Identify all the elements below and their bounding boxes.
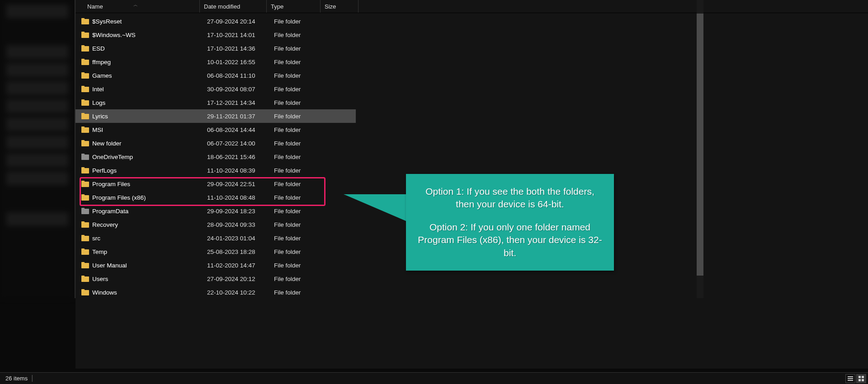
file-date: 17-12-2021 14:34 bbox=[207, 99, 274, 106]
file-row[interactable]: $Windows.~WS17-10-2021 14:01File folder bbox=[75, 28, 868, 42]
svg-marker-0 bbox=[344, 194, 407, 221]
file-date: 27-09-2024 20:14 bbox=[207, 18, 274, 25]
file-type: File folder bbox=[274, 45, 328, 52]
svg-rect-1 bbox=[848, 376, 853, 377]
file-date: 06-08-2024 11:10 bbox=[207, 72, 274, 79]
status-separator: | bbox=[31, 374, 33, 382]
file-name: Windows bbox=[92, 289, 207, 296]
scrollbar-thumb[interactable] bbox=[697, 14, 703, 276]
file-date: 06-07-2022 14:00 bbox=[207, 140, 274, 147]
file-date: 27-09-2024 20:12 bbox=[207, 276, 274, 282]
file-date: 24-01-2023 01:04 bbox=[207, 235, 274, 242]
file-date: 11-10-2024 08:48 bbox=[207, 194, 274, 201]
folder-icon bbox=[81, 194, 89, 201]
file-name: New folder bbox=[92, 140, 207, 147]
svg-rect-7 bbox=[862, 379, 864, 381]
file-type: File folder bbox=[274, 276, 328, 282]
file-date: 29-11-2021 01:37 bbox=[207, 113, 274, 120]
svg-rect-5 bbox=[862, 376, 864, 378]
file-row[interactable]: Lyrics29-11-2021 01:37File folder bbox=[75, 109, 356, 123]
column-header-date[interactable]: Date modified bbox=[199, 0, 266, 13]
file-type: File folder bbox=[274, 32, 328, 38]
status-bar: 26 items | bbox=[0, 372, 868, 384]
svg-rect-2 bbox=[848, 378, 853, 379]
file-row[interactable]: Games06-08-2024 11:10File folder bbox=[75, 69, 868, 82]
folder-icon bbox=[81, 126, 89, 133]
folder-icon bbox=[81, 18, 89, 24]
file-name: $SysReset bbox=[92, 18, 207, 25]
file-date: 30-09-2024 08:07 bbox=[207, 86, 274, 93]
file-name: Temp bbox=[92, 248, 207, 255]
file-type: File folder bbox=[274, 181, 328, 187]
file-row[interactable]: ffmpeg10-01-2022 16:55File folder bbox=[75, 55, 868, 69]
file-type: File folder bbox=[274, 235, 328, 242]
file-name: Recovery bbox=[92, 221, 207, 228]
file-type: File folder bbox=[274, 221, 328, 228]
file-type: File folder bbox=[274, 99, 328, 106]
file-name: Program Files (x86) bbox=[92, 194, 207, 201]
file-row[interactable]: New folder06-07-2022 14:00File folder bbox=[75, 136, 868, 150]
file-name: Games bbox=[92, 72, 207, 79]
file-row[interactable]: $SysReset27-09-2024 20:14File folder bbox=[75, 14, 868, 28]
file-date: 22-10-2024 10:22 bbox=[207, 289, 274, 296]
file-row[interactable]: MSI06-08-2024 14:44File folder bbox=[75, 123, 868, 136]
file-name: Logs bbox=[92, 99, 207, 106]
folder-icon bbox=[81, 181, 89, 187]
column-header-name[interactable]: Name ︿ bbox=[75, 3, 199, 10]
file-name: Lyrics bbox=[92, 113, 207, 120]
folder-icon bbox=[81, 262, 89, 268]
column-header-label: Size bbox=[325, 3, 336, 10]
folder-icon bbox=[81, 140, 89, 146]
column-header-label: Name bbox=[87, 3, 103, 10]
file-type: File folder bbox=[274, 113, 328, 120]
file-row[interactable]: Users27-09-2024 20:12File folder bbox=[75, 272, 868, 286]
file-date: 17-10-2021 14:01 bbox=[207, 32, 274, 38]
file-type: File folder bbox=[274, 126, 328, 133]
view-large-icons-button[interactable] bbox=[856, 374, 866, 383]
annotation-arrow bbox=[326, 176, 416, 230]
file-type: File folder bbox=[274, 289, 328, 296]
file-name: PerfLogs bbox=[92, 167, 207, 174]
file-date: 11-10-2024 08:39 bbox=[207, 167, 274, 174]
file-name: Program Files bbox=[92, 181, 207, 187]
column-header-end bbox=[358, 0, 868, 13]
file-row[interactable]: OneDriveTemp18-06-2021 15:46File folder bbox=[75, 150, 868, 164]
folder-icon bbox=[81, 72, 89, 79]
file-name: src bbox=[92, 235, 207, 242]
file-row[interactable]: Windows22-10-2024 10:22File folder bbox=[75, 286, 868, 299]
folder-icon bbox=[81, 208, 89, 214]
file-name: Users bbox=[92, 276, 207, 282]
file-name: User Manual bbox=[92, 262, 207, 269]
svg-rect-6 bbox=[859, 379, 861, 381]
folder-icon bbox=[81, 221, 89, 228]
svg-rect-3 bbox=[848, 380, 853, 381]
callout-text-1: Option 1: If you see the both the folder… bbox=[415, 185, 605, 211]
file-date: 29-09-2024 18:23 bbox=[207, 208, 274, 215]
file-row[interactable]: Logs17-12-2021 14:34File folder bbox=[75, 96, 868, 109]
folder-icon bbox=[81, 167, 89, 173]
file-type: File folder bbox=[274, 18, 328, 25]
file-row[interactable]: Intel30-09-2024 08:07File folder bbox=[75, 82, 868, 96]
folder-icon bbox=[81, 154, 89, 160]
folder-icon bbox=[81, 45, 89, 52]
folder-icon bbox=[81, 113, 89, 119]
folder-icon bbox=[81, 99, 89, 106]
file-name: Intel bbox=[92, 86, 207, 93]
column-header-label: Type bbox=[271, 3, 283, 10]
folder-icon bbox=[81, 235, 89, 241]
file-date: 10-01-2022 16:55 bbox=[207, 59, 274, 66]
file-type: File folder bbox=[274, 208, 328, 215]
view-details-button[interactable] bbox=[845, 374, 855, 383]
file-name: OneDriveTemp bbox=[92, 154, 207, 160]
column-header-type[interactable]: Type bbox=[266, 0, 320, 13]
file-type: File folder bbox=[274, 194, 328, 201]
column-header-label: Date modified bbox=[204, 3, 240, 10]
file-name: ffmpeg bbox=[92, 59, 207, 66]
column-header-size[interactable]: Size bbox=[320, 0, 358, 13]
file-type: File folder bbox=[274, 59, 328, 66]
folder-icon bbox=[81, 59, 89, 65]
file-row[interactable]: ESD17-10-2021 14:36File folder bbox=[75, 42, 868, 55]
annotation-callout: Option 1: If you see the both the folder… bbox=[406, 174, 614, 271]
file-name: MSI bbox=[92, 126, 207, 133]
file-type: File folder bbox=[274, 154, 328, 160]
